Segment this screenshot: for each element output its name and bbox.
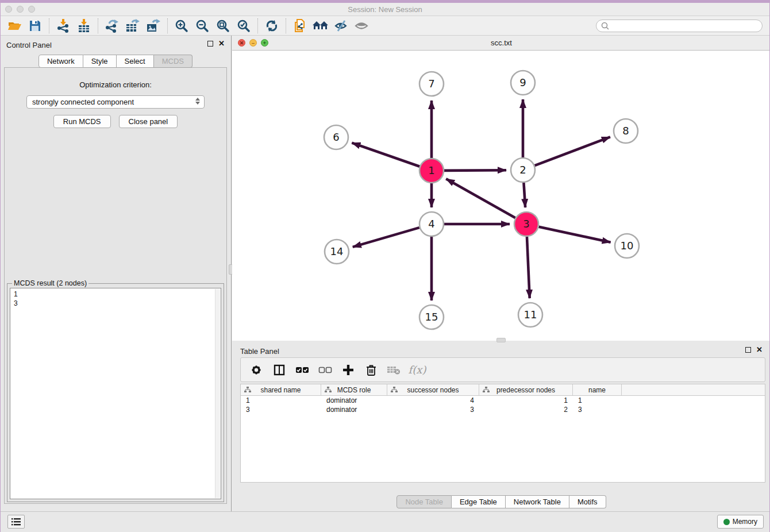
- cell-MCDS-role[interactable]: dominator: [321, 405, 387, 414]
- export-network-button[interactable]: [102, 17, 122, 34]
- table-row[interactable]: 1dominator411: [241, 396, 765, 405]
- first-neighbors-button[interactable]: [310, 17, 331, 34]
- export-table-button[interactable]: [122, 17, 143, 34]
- graph-node-1[interactable]: 1: [419, 159, 444, 183]
- optimization-criterion-select[interactable]: strongly connected component: [26, 95, 205, 109]
- memory-label: Memory: [733, 518, 757, 526]
- cell-name[interactable]: 3: [573, 405, 622, 414]
- cell-shared-name[interactable]: 3: [241, 405, 321, 414]
- table-tab-node-table[interactable]: Node Table: [396, 495, 452, 508]
- graph-node-7[interactable]: 7: [419, 72, 444, 96]
- edge-3-10[interactable]: [538, 227, 610, 242]
- hide-graphics-button[interactable]: [331, 17, 352, 34]
- open-folder-button[interactable]: [4, 17, 25, 34]
- deselect-all-button[interactable]: [315, 360, 336, 380]
- search-input[interactable]: [596, 20, 763, 32]
- column-header-MCDS-role[interactable]: MCDS role: [321, 384, 387, 395]
- tab-select[interactable]: Select: [117, 55, 154, 68]
- search-icon: [600, 21, 610, 30]
- graph-node-14[interactable]: 14: [325, 240, 349, 264]
- column-header-predecessor-nodes[interactable]: predecessor nodes: [479, 384, 573, 395]
- cell-MCDS-role[interactable]: dominator: [321, 396, 387, 405]
- column-header-shared-name[interactable]: shared name: [241, 384, 321, 395]
- network-resize-grip[interactable]: [496, 338, 506, 342]
- close-panel-button[interactable]: Close panel: [119, 115, 178, 128]
- edge-4-14[interactable]: [353, 228, 419, 247]
- graph-node-2[interactable]: 2: [511, 158, 535, 182]
- edge-3-1[interactable]: [446, 179, 515, 218]
- graph-node-9[interactable]: 9: [511, 71, 535, 95]
- delete-row-button[interactable]: [361, 360, 382, 380]
- memory-button[interactable]: Memory: [717, 515, 764, 529]
- zoom-in-button[interactable]: [171, 17, 192, 34]
- edge-1-2[interactable]: [444, 170, 506, 171]
- graph-node-10[interactable]: 10: [615, 234, 639, 258]
- run-mcds-button[interactable]: Run MCDS: [53, 115, 111, 128]
- zoom-fit-button[interactable]: [213, 17, 233, 34]
- save-session-button[interactable]: [25, 17, 45, 34]
- table-tab-network-table[interactable]: Network Table: [506, 495, 569, 508]
- tab-mcds[interactable]: MCDS: [154, 55, 192, 68]
- cell-name[interactable]: 1: [573, 396, 622, 405]
- add-row-button[interactable]: [338, 360, 359, 380]
- table-panel-float-icon[interactable]: [745, 347, 751, 353]
- graph-node-4[interactable]: 4: [419, 212, 444, 236]
- fx-icon: f(x): [409, 364, 426, 376]
- refresh-layout-button[interactable]: [261, 17, 282, 34]
- graph-node-6[interactable]: 6: [324, 125, 348, 149]
- network-canvas[interactable]: 7968124314101511: [232, 51, 769, 340]
- control-panel-close-icon[interactable]: ✕: [218, 40, 225, 47]
- control-panel-float-icon[interactable]: [207, 41, 213, 47]
- cell-predecessor-nodes[interactable]: 1: [479, 396, 573, 405]
- network-window-titlebar[interactable]: ✕ – + scc.txt: [232, 36, 770, 51]
- table-settings-button[interactable]: [246, 360, 267, 380]
- mcds-result-title: MCDS result (2 nodes): [12, 279, 88, 287]
- network-graph: 7968124314101511: [232, 51, 769, 340]
- graph-node-8[interactable]: 8: [614, 119, 638, 143]
- show-columns-button[interactable]: [269, 360, 290, 380]
- column-header-name[interactable]: name: [573, 384, 622, 395]
- show-graphics-button[interactable]: [352, 17, 372, 34]
- cell-successor-nodes[interactable]: 4: [387, 396, 479, 405]
- svg-text:9: 9: [519, 76, 526, 88]
- memory-status-icon: [723, 519, 730, 525]
- zoom-selected-icon: [237, 19, 251, 33]
- table-tab-motifs[interactable]: Motifs: [569, 495, 606, 508]
- plus-icon: [342, 364, 355, 376]
- column-header-successor-nodes[interactable]: successor nodes: [387, 384, 479, 395]
- tab-network[interactable]: Network: [38, 55, 83, 68]
- import-table-button[interactable]: [74, 17, 94, 34]
- cell-shared-name[interactable]: 1: [241, 396, 321, 405]
- task-history-button[interactable]: [7, 515, 25, 529]
- graph-node-15[interactable]: 15: [419, 305, 444, 329]
- zoom-out-button[interactable]: [192, 17, 213, 34]
- edge-2-3[interactable]: [523, 183, 525, 207]
- edge-2-8[interactable]: [535, 137, 610, 165]
- status-bar: Memory: [1, 511, 769, 532]
- table-panel-close-icon[interactable]: ✕: [756, 346, 763, 353]
- network-window-title: scc.txt: [232, 38, 770, 47]
- cell-successor-nodes[interactable]: 3: [387, 405, 479, 414]
- main-titlebar[interactable]: Session: New Session: [1, 3, 769, 16]
- svg-text:10: 10: [621, 240, 634, 252]
- import-network-icon: [56, 19, 70, 33]
- clone-network-button[interactable]: [290, 17, 310, 34]
- zoom-selected-button[interactable]: [233, 17, 254, 34]
- graph-node-3[interactable]: 3: [514, 212, 538, 236]
- edge-1-6[interactable]: [352, 143, 419, 167]
- tab-style[interactable]: Style: [83, 55, 117, 68]
- graph-node-11[interactable]: 11: [518, 303, 542, 327]
- cell-predecessor-nodes[interactable]: 2: [479, 405, 573, 414]
- zoom-in-icon: [175, 19, 188, 33]
- result-scrollbar[interactable]: [215, 289, 220, 498]
- table-row[interactable]: 3dominator323: [241, 405, 765, 414]
- svg-text:2: 2: [519, 164, 526, 176]
- gear-icon: [250, 364, 263, 376]
- export-image-button[interactable]: [143, 17, 164, 34]
- table-tab-edge-table[interactable]: Edge Table: [452, 495, 506, 508]
- select-all-button[interactable]: [292, 360, 313, 380]
- edge-3-11[interactable]: [527, 237, 530, 298]
- clone-network-icon: [292, 18, 307, 33]
- import-network-button[interactable]: [53, 17, 74, 34]
- mcds-result-text[interactable]: 1 3: [10, 288, 221, 499]
